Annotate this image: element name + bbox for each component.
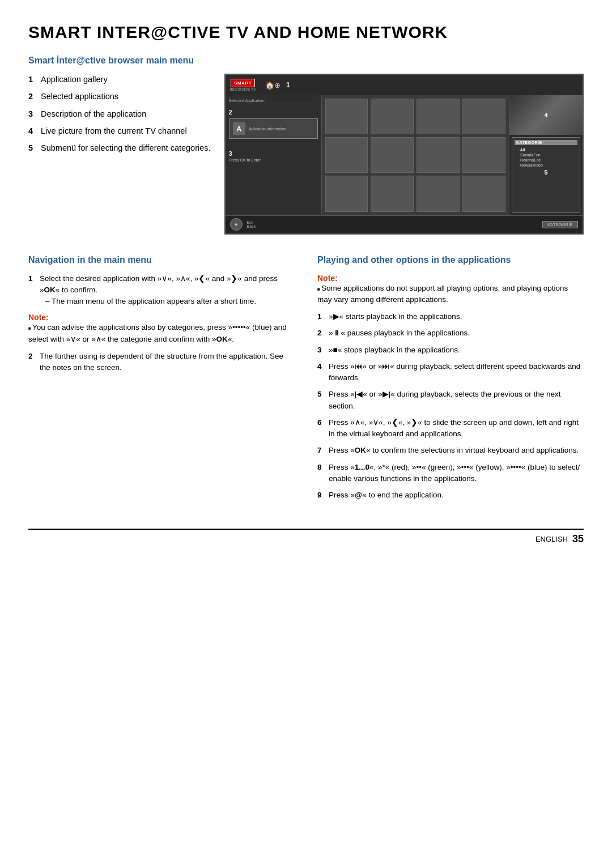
footer-lang: ENGLISH — [536, 535, 568, 543]
note-bullet: You can advise the applications also by … — [28, 323, 287, 343]
kategorie-item-all: All — [515, 147, 577, 152]
tv-left-panel: Selected Application 2 A Aplication info… — [226, 95, 322, 215]
item-num: 4 — [28, 125, 37, 137]
app-cell — [325, 137, 368, 173]
app-cell — [416, 99, 460, 134]
label-3-area: 3 Press OK to Enter — [229, 150, 318, 162]
footer: ENGLISH 35 — [28, 529, 584, 545]
kategorie-button[interactable]: KATEGORİE — [542, 221, 578, 228]
navigation-note: Note: You can advise the applications al… — [28, 312, 295, 345]
exit-label: Exit — [247, 220, 256, 224]
item-text: Submenü for selecting the different cate… — [41, 142, 211, 154]
navigation-section: Navigation in the main menu 1 Select the… — [28, 255, 295, 507]
tv-bottom-bar: ● Exit Back KATEGORİE — [226, 215, 583, 233]
playing-item-2: 2 »⏸« pauses playback in the application… — [317, 327, 584, 339]
app-cell — [371, 137, 414, 173]
note-text-nav: You can advise the applications also by … — [28, 322, 295, 345]
browser-menu-item: 4Live picture from the current TV channe… — [28, 125, 211, 137]
tv-right-panel: 4 KATEGORİE All Social&Fun Health&Life N… — [509, 95, 583, 215]
playing-item-9: 9 Press »@« to end the application. — [317, 490, 584, 501]
playing-title: Playing and other options in the applica… — [317, 255, 584, 265]
navigation-item-1: 1 Select the desired application with »∨… — [28, 273, 295, 308]
playing-list: 1 »▶« starts playback in the application… — [317, 311, 584, 501]
playing-note: Note: Some applications do not support a… — [317, 273, 584, 306]
smart-sub: Inter@ctive TV — [230, 87, 256, 91]
kategorie-item-social: Social&Fun — [515, 152, 577, 158]
playing-item-6: 6 Press »∧«, »∨«, »❮«, »❯« to slide the … — [317, 417, 584, 440]
channel-preview-img: 4 — [509, 95, 583, 135]
bottom-sections: Navigation in the main menu 1 Select the… — [28, 255, 584, 507]
kategorie-title: KATEGORİE — [515, 140, 577, 145]
playing-item-8: 8 Press »1...0«, »*« (red), »••« (green)… — [317, 462, 584, 485]
browser-menu-title: Smart İnter@ctive browser main menu — [28, 56, 584, 66]
playing-section: Playing and other options in the applica… — [317, 255, 584, 507]
top-section: 1Application gallery2Selected applicatio… — [28, 74, 584, 235]
browser-menu-item: 1Application gallery — [28, 74, 211, 85]
playing-item-7: 7 Press »OK« to confirm the selections i… — [317, 445, 584, 456]
channel-preview: 4 — [509, 95, 583, 135]
app-cell — [371, 99, 414, 134]
label-5: 5 — [515, 169, 577, 176]
tv-center-panel — [322, 95, 509, 215]
nav-item-1-num: 1 — [28, 273, 36, 308]
tv-mockup: SMART Inter@ctive TV 🏠⊕ 1 Selected Appli… — [224, 74, 584, 235]
item-text: Application gallery — [41, 74, 108, 85]
press-ok: Press OK to Enter — [229, 158, 318, 162]
kategorie-item-news: News&Video — [515, 163, 577, 168]
app-letter: A — [233, 122, 245, 135]
label-1: 1 — [286, 81, 290, 89]
app-grid — [325, 99, 505, 212]
navigation-list: 1 Select the desired application with »∨… — [28, 273, 295, 308]
note-text-playing: Some applications do not support all pla… — [317, 283, 584, 306]
label-3: 3 — [229, 150, 318, 157]
playing-item-3: 3 »■« stops playback in the applications… — [317, 344, 584, 356]
app-info-text: Aplication information — [249, 127, 287, 131]
playing-item-4: 4 Press »⏮« or »⏭« during playback, sele… — [317, 361, 584, 384]
app-cell — [325, 176, 368, 211]
item-text: Selected applications — [41, 91, 118, 102]
app-cell — [416, 137, 460, 173]
app-info-box: A Aplication information — [229, 118, 318, 139]
back-button[interactable]: ● — [230, 218, 243, 231]
note-label-playing: Note: — [317, 274, 338, 283]
smart-logo: SMART — [231, 79, 255, 87]
label-4: 4 — [544, 112, 547, 118]
app-cell — [462, 137, 505, 173]
label-2: 2 — [229, 109, 232, 116]
item-num: 1 — [28, 74, 37, 85]
playing-note-bullet: Some applications do not support all pla… — [317, 284, 568, 304]
browser-menu-list: 1Application gallery2Selected applicatio… — [28, 74, 211, 235]
footer-page: 35 — [572, 533, 584, 545]
page-title: SMART INTER@CTIVE TV AND HOME NETWORK — [28, 23, 584, 42]
app-cell — [371, 176, 414, 211]
item-num: 2 — [28, 91, 37, 102]
item-num: 5 — [28, 142, 37, 154]
selected-app-label: Selected Application — [229, 99, 318, 104]
navigation-item-2: 2 The further using is dependent of the … — [28, 351, 295, 374]
nav-item-2-num: 2 — [28, 351, 36, 374]
playing-item-1: 1 »▶« starts playback in the application… — [317, 311, 584, 322]
browser-menu-item: 3Description of the application — [28, 108, 211, 120]
home-icon: 🏠⊕ — [265, 81, 280, 90]
kategorie-item-health: Health&Life — [515, 158, 577, 163]
note-label-nav: Note: — [28, 313, 49, 322]
tv-content: Selected Application 2 A Aplication info… — [226, 95, 583, 215]
tv-top-bar: SMART Inter@ctive TV 🏠⊕ 1 — [226, 75, 583, 95]
nav-item-1-text: Select the desired application with »∨«,… — [40, 273, 295, 308]
app-cell — [462, 99, 505, 134]
back-label: Back — [247, 224, 256, 228]
app-cell — [462, 176, 505, 211]
nav-item-2-text: The further using is dependent of the st… — [40, 351, 295, 374]
playing-item-5: 5 Press »|◀« or »▶|« during playback, se… — [317, 389, 584, 412]
app-cell — [325, 99, 368, 134]
item-num: 3 — [28, 108, 37, 120]
navigation-title: Navigation in the main menu — [28, 255, 295, 265]
kategorie-box: KATEGORİE All Social&Fun Health&Life New… — [512, 137, 580, 213]
browser-menu-item: 2Selected applications — [28, 91, 211, 102]
app-cell — [416, 176, 460, 211]
browser-menu-item: 5Submenü for selecting the different cat… — [28, 142, 211, 154]
item-text: Description of the application — [41, 108, 146, 120]
navigation-list-2: 2 The further using is dependent of the … — [28, 351, 295, 374]
item-text: Live picture from the current TV channel — [41, 125, 187, 137]
